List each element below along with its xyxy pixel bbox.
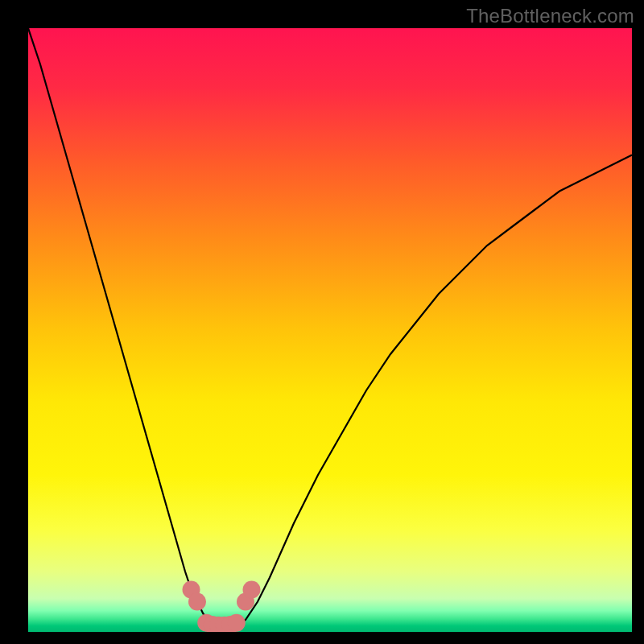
gradient-background [28,28,632,632]
bottleneck-chart [28,28,632,632]
chart-frame: TheBottleneck.com [0,0,644,644]
highlight-dot [228,614,246,632]
highlight-dot [243,581,261,599]
watermark-text: TheBottleneck.com [466,5,634,27]
highlight-dot [188,593,206,611]
chart-plot-area [28,28,632,632]
